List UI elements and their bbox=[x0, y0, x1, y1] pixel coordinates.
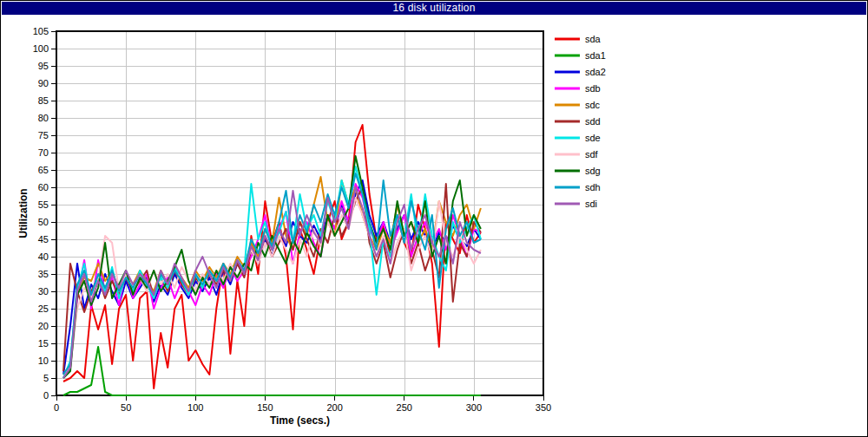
x-tick-label: 100 bbox=[187, 402, 203, 413]
x-tick-label: 350 bbox=[536, 402, 551, 413]
y-tick-label: 5 bbox=[43, 373, 49, 383]
legend-label-sdd: sdd bbox=[585, 116, 601, 127]
y-tick-label: 45 bbox=[38, 234, 49, 245]
y-tick-label: 15 bbox=[38, 338, 49, 349]
y-tick-label: 55 bbox=[38, 199, 49, 210]
y-tick-label: 50 bbox=[38, 217, 49, 227]
legend-label-sdg: sdg bbox=[585, 166, 601, 176]
x-tick-label: 200 bbox=[326, 402, 342, 413]
y-tick-label: 70 bbox=[38, 147, 49, 158]
legend-label-sdi: sdi bbox=[585, 199, 597, 209]
y-tick-label: 10 bbox=[38, 355, 49, 366]
legend-label-sda1: sda1 bbox=[585, 50, 606, 61]
y-tick-label: 80 bbox=[38, 113, 49, 123]
legend-label-sdf: sdf bbox=[585, 149, 599, 160]
legend-label-sda2: sda2 bbox=[585, 67, 606, 77]
y-tick-label: 90 bbox=[38, 78, 49, 88]
y-tick-label: 0 bbox=[43, 390, 49, 401]
chart-window: 16 disk utilization 05101520253035404550… bbox=[0, 0, 868, 437]
y-tick-label: 60 bbox=[38, 182, 49, 192]
legend-label-sdb: sdb bbox=[585, 83, 601, 94]
plot-border bbox=[56, 31, 543, 395]
legend-label-sde: sde bbox=[585, 133, 601, 143]
utilization-chart: 0510152025303540455055606570758085909510… bbox=[1, 1, 868, 437]
y-tick-label: 40 bbox=[38, 251, 49, 262]
x-tick-label: 150 bbox=[257, 402, 273, 413]
y-tick-label: 20 bbox=[38, 321, 49, 331]
x-axis-label: Time (secs.) bbox=[270, 414, 330, 427]
x-tick-label: 250 bbox=[397, 402, 412, 413]
legend-label-sdc: sdc bbox=[585, 100, 601, 110]
y-tick-label: 35 bbox=[38, 269, 49, 279]
y-tick-label: 65 bbox=[38, 165, 49, 175]
y-tick-label: 105 bbox=[33, 26, 49, 36]
y-axis-label: Utilization bbox=[17, 188, 30, 238]
y-tick-label: 95 bbox=[38, 61, 49, 71]
y-tick-label: 75 bbox=[38, 130, 49, 140]
y-tick-label: 30 bbox=[38, 286, 49, 297]
legend-label-sdh: sdh bbox=[585, 182, 601, 192]
x-tick-label: 300 bbox=[466, 402, 482, 413]
legend-label-sda: sda bbox=[585, 34, 602, 44]
series-sda1 bbox=[63, 347, 481, 395]
y-tick-label: 85 bbox=[38, 95, 49, 106]
series-sdf bbox=[63, 198, 481, 375]
x-tick-label: 0 bbox=[54, 402, 59, 413]
x-tick-label: 50 bbox=[121, 402, 131, 413]
series-sdg bbox=[63, 156, 481, 378]
y-tick-label: 100 bbox=[33, 43, 49, 54]
y-tick-label: 25 bbox=[38, 303, 49, 314]
